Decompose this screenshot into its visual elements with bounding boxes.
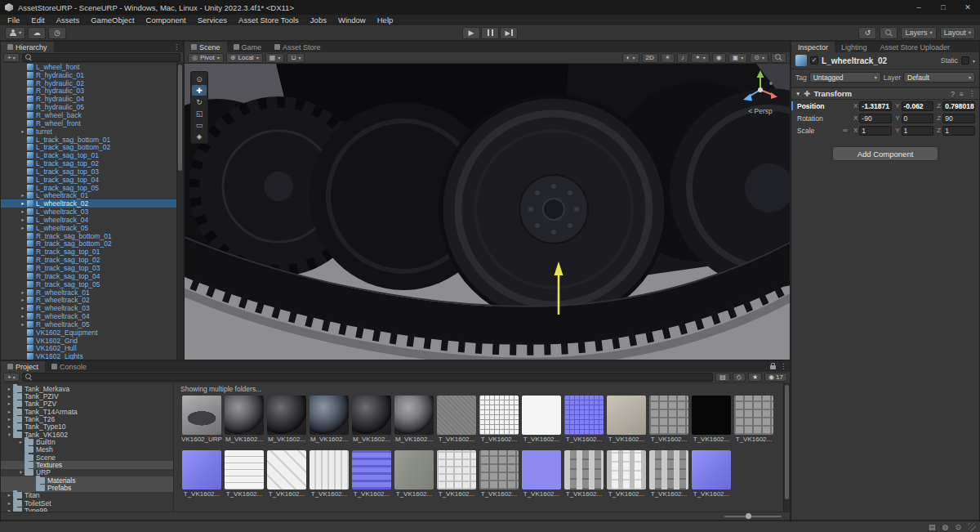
asset-item[interactable]: T_VK1602... <box>223 450 265 498</box>
grid-visibility-dropdown[interactable]: ▦▾ <box>265 53 285 63</box>
hierarchy-item[interactable]: R_hydraulic_03 <box>1 87 176 96</box>
project-search-input[interactable] <box>35 373 710 382</box>
hierarchy-item[interactable]: ▸ L_wheeltrack_01 <box>1 192 176 200</box>
folder-row[interactable]: ▸ Titan <box>1 492 173 499</box>
asset-thumbnail[interactable] <box>734 396 773 435</box>
asset-item[interactable]: T_VK1602... <box>520 396 563 443</box>
rotate-tool-button[interactable]: ↻ <box>192 96 207 107</box>
asset-item[interactable]: T_VK1602... <box>180 450 223 498</box>
menu-item[interactable]: Services <box>192 16 233 25</box>
2d-toggle[interactable]: 2D <box>642 53 658 63</box>
component-menu-kebab-icon[interactable]: ⋮ <box>969 90 975 98</box>
asset-thumbnail[interactable] <box>225 450 264 490</box>
transform-component-header[interactable]: ▼ ✚ Transform ? ≡ ⋮ <box>791 87 979 100</box>
menu-item[interactable]: Help <box>372 16 399 25</box>
camera-settings-dropdown[interactable]: ▣▾ <box>728 53 748 63</box>
minimize-button[interactable]: – <box>906 0 931 15</box>
hierarchy-item[interactable]: ▸ R_wheeltrack_02 <box>1 296 176 304</box>
hierarchy-item[interactable]: ▸ L_wheeltrack_05 <box>1 224 176 232</box>
hierarchy-item[interactable]: L_track_sag_top_04 <box>1 176 176 184</box>
folder-row[interactable]: ▸ Tank_Merkava <box>1 385 173 392</box>
asset-thumbnail[interactable] <box>352 396 391 435</box>
orientation-gizmo[interactable]: < Persp <box>736 67 785 115</box>
asset-item[interactable]: T_VK1602... <box>733 396 775 443</box>
y-value-field[interactable]: 0 <box>902 114 934 123</box>
hierarchy-item[interactable]: L_track_sag_bottom_01 <box>1 136 176 144</box>
menu-item[interactable]: Jobs <box>305 16 332 25</box>
hierarchy-item[interactable]: ▸ R_wheeltrack_03 <box>1 304 176 312</box>
asset-thumbnail[interactable] <box>607 396 646 435</box>
asset-item[interactable]: T_VK1602... <box>605 450 648 498</box>
folder-row[interactable]: Prefabs <box>1 484 173 491</box>
x-value-field[interactable]: 1 <box>859 126 892 136</box>
hierarchy-item[interactable]: R_hydraulic_05 <box>1 103 176 111</box>
axis-gizmo-icon[interactable] <box>737 67 783 108</box>
hierarchy-item[interactable]: ▸ R_wheeltrack_04 <box>1 312 176 320</box>
asset-item[interactable]: T_VK1602... <box>478 396 520 443</box>
scene-view-tab[interactable]: Game <box>227 42 269 52</box>
expand-arrow-icon[interactable]: ▸ <box>19 289 27 296</box>
help-icon[interactable]: ? <box>951 90 955 98</box>
menu-item[interactable]: File <box>2 16 25 25</box>
thumbnail-size-slider[interactable] <box>724 516 782 517</box>
hierarchy-item[interactable]: ▸ L_wheeltrack_02 <box>1 199 176 208</box>
add-component-button[interactable]: Add Component <box>832 146 938 161</box>
scene-view-tab[interactable]: Scene <box>185 42 227 52</box>
expand-arrow-icon[interactable]: ▸ <box>19 217 27 223</box>
object-name[interactable]: L_wheeltrack_02 <box>822 56 938 65</box>
z-value-field[interactable]: 90 <box>942 114 975 123</box>
scene-view-tab[interactable]: Asset Store <box>268 42 327 52</box>
expand-arrow-icon[interactable]: ▸ <box>6 386 13 392</box>
asset-item[interactable]: T_VK1602... <box>605 396 648 443</box>
inspector-tab[interactable]: Asset Store Uploader <box>874 42 957 52</box>
resize-grip-icon[interactable] <box>968 523 976 531</box>
z-value-field[interactable]: 1 <box>942 126 975 136</box>
lock-icon[interactable] <box>770 365 776 369</box>
menu-item[interactable]: Window <box>332 16 372 25</box>
asset-item[interactable]: T_VK1602... <box>435 396 478 443</box>
asset-item[interactable]: M_VK1602... <box>308 396 350 443</box>
expand-arrow-icon[interactable]: ▸ <box>6 400 13 407</box>
hierarchy-item[interactable]: ▸ R_wheeltrack_01 <box>1 288 176 297</box>
move-tool-button[interactable]: ✚ <box>192 85 207 96</box>
asset-thumbnail[interactable] <box>564 396 604 435</box>
expand-arrow-icon[interactable]: ▸ <box>19 200 27 207</box>
rect-tool-button[interactable]: ▭ <box>192 119 207 130</box>
project-menu-kebab-icon[interactable]: ⋮ <box>780 363 786 370</box>
asset-item[interactable]: T_VK1602... <box>393 450 435 498</box>
asset-item[interactable]: T_VK1602... <box>520 450 563 498</box>
hierarchy-item[interactable]: R_hydraulic_01 <box>1 71 176 79</box>
maximize-button[interactable]: □ <box>931 0 956 15</box>
asset-item[interactable]: M_VK1602... <box>393 396 435 443</box>
expand-arrow-icon[interactable]: ▾ <box>17 469 24 476</box>
folder-row[interactable]: ▾ URP <box>1 469 173 476</box>
asset-item[interactable]: T_VK1602... <box>265 450 308 498</box>
hierarchy-item[interactable]: R_track_sag_top_01 <box>1 248 176 256</box>
hierarchy-searchbox[interactable] <box>22 53 180 62</box>
y-value-field[interactable]: -0.062 <box>902 101 934 111</box>
prefab-cube-icon[interactable] <box>795 55 807 66</box>
project-tab[interactable]: Console <box>45 361 93 372</box>
asset-item[interactable]: M_VK1602... <box>223 396 265 443</box>
folder-row[interactable]: ▸ Tank_PZIV <box>1 392 173 400</box>
undo-history-button[interactable]: ↺ <box>858 27 876 39</box>
perspective-label[interactable]: < Persp <box>736 107 785 115</box>
hierarchy-item[interactable]: ▸ R_wheeltrack_05 <box>1 320 176 329</box>
expand-arrow-icon[interactable]: ▸ <box>19 128 27 135</box>
static-dropdown-caret-icon[interactable]: ▾ <box>973 58 975 64</box>
expand-arrow-icon[interactable]: ▸ <box>19 225 27 231</box>
hierarchy-item[interactable]: R_hydraulic_04 <box>1 95 176 103</box>
scene-search-button[interactable] <box>771 53 786 63</box>
inspector-tab[interactable]: Lighting <box>835 42 874 52</box>
layers-dropdown[interactable]: Layers▾ <box>901 27 936 39</box>
expand-arrow-icon[interactable]: ▸ <box>6 500 13 507</box>
hierarchy-item[interactable]: ▸ L_wheeltrack_03 <box>1 208 176 216</box>
active-checkbox[interactable]: ✓ <box>810 56 818 65</box>
tag-dropdown[interactable]: Untagged▾ <box>809 72 881 83</box>
audio-toggle[interactable]: ♪ <box>677 53 688 63</box>
view-tool-button[interactable]: ⊙ <box>192 74 207 84</box>
expand-arrow-icon[interactable]: ▸ <box>19 321 27 328</box>
account-button[interactable]: ▾ <box>5 27 25 39</box>
expand-arrow-icon[interactable]: ▸ <box>6 492 13 498</box>
project-searchbox[interactable] <box>22 373 714 382</box>
